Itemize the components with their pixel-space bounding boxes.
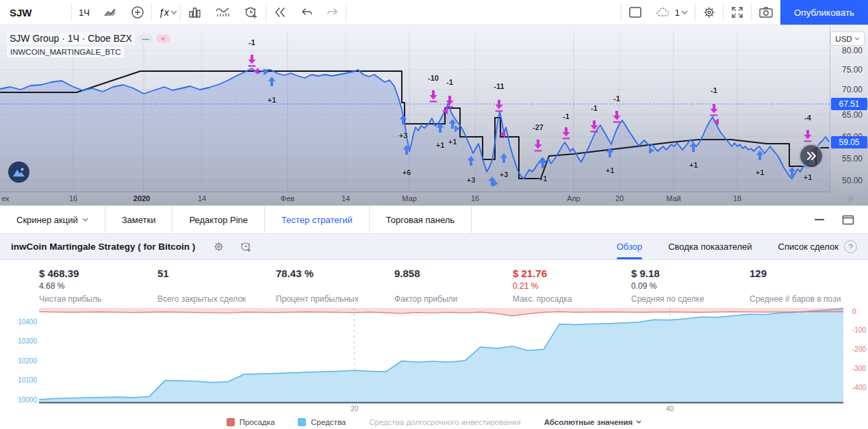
x-axis-label: 40 bbox=[666, 405, 674, 413]
drawdown-line bbox=[39, 312, 843, 316]
stat-column: 129Среднее # баров в пози bbox=[750, 260, 868, 307]
approx-indicator-icon[interactable]: ≈ bbox=[156, 34, 170, 43]
currency-selector[interactable]: USD bbox=[830, 31, 865, 46]
sell-marker-label: -1 bbox=[248, 38, 255, 47]
stat-value: $ 9.18 bbox=[631, 268, 750, 279]
stat-column: $ 21.760.21 %Макс. просадка bbox=[513, 260, 631, 307]
legend-item-disabled[interactable]: Средства долгосрочного инвестирования bbox=[369, 418, 520, 426]
strategy-tab-сводка-показателей[interactable]: Сводка показателей bbox=[668, 234, 752, 259]
scroll-to-recent-button[interactable] bbox=[799, 144, 824, 168]
buy-marker-label: +1 bbox=[804, 173, 813, 181]
time-axis[interactable]: ек16202014Фев14Мар16Апр20Май18 bbox=[0, 192, 830, 205]
publish-button[interactable]: Опубликовать bbox=[780, 0, 868, 25]
stat-column: 9.858Фактор прибыли bbox=[394, 260, 513, 307]
price-axis-label: 50.00 bbox=[842, 176, 863, 185]
chart-legend: SJW Group · 1Ч · Cboe BZX — ≈ INWCOIN_MA… bbox=[7, 32, 170, 57]
time-axis-label: Фев bbox=[281, 194, 294, 203]
values-mode-selector[interactable]: Абсолютные значения bbox=[544, 418, 642, 426]
stat-sub-value bbox=[157, 281, 276, 294]
stat-label: Макс. просадка bbox=[513, 294, 631, 304]
chevron-down-icon bbox=[82, 218, 88, 222]
time-axis-label: 14 bbox=[342, 194, 350, 203]
cloud-save-button[interactable]: 1 bbox=[649, 0, 695, 25]
stat-column: $ 468.394.68 %Чистая прибыль bbox=[39, 260, 157, 307]
stat-column: 51Всего закрытых сделок bbox=[157, 260, 276, 307]
alert-add-icon[interactable] bbox=[237, 0, 266, 25]
buy-arrow-icon bbox=[605, 148, 615, 158]
legend-item-просадка[interactable]: Просадка bbox=[227, 418, 275, 426]
strategy-tab-список-сделок[interactable]: Список сделок bbox=[778, 234, 839, 259]
layout-icon[interactable] bbox=[622, 0, 649, 25]
panel-minimize-button[interactable] bbox=[815, 219, 824, 220]
stat-value: $ 468.39 bbox=[39, 268, 157, 279]
stat-sub-value: 0.09 % bbox=[631, 281, 750, 294]
chart-style-icon[interactable] bbox=[97, 0, 124, 25]
y-axis-left-label: 10400 bbox=[18, 318, 37, 326]
axis-settings-gear-icon[interactable] bbox=[845, 194, 856, 204]
buy-arrow-icon bbox=[267, 77, 277, 87]
symbol-button[interactable]: SJW bbox=[0, 0, 71, 25]
buy-marker-label: +1 bbox=[448, 138, 457, 146]
forecast-icon[interactable] bbox=[208, 0, 237, 25]
stat-label: Процент прибыльных bbox=[276, 294, 394, 304]
chart-title[interactable]: SJW Group · 1Ч · Cboe BZX bbox=[7, 32, 135, 44]
sell-marker-label: -1 bbox=[711, 86, 717, 94]
buy-marker-label: +1 bbox=[268, 96, 277, 104]
equity-area bbox=[39, 309, 843, 403]
strategy-alert-add-icon[interactable] bbox=[240, 241, 253, 252]
performance-legend: ПросадкаСредстваСредства долгосрочного и… bbox=[0, 415, 868, 429]
settings-gear-icon[interactable] bbox=[695, 0, 723, 25]
sell-marker-label: -11 bbox=[494, 82, 504, 90]
buy-marker-label: +3 bbox=[467, 176, 476, 184]
replay-icon[interactable] bbox=[266, 0, 294, 25]
broker-logo-icon[interactable] bbox=[8, 161, 29, 183]
stat-column: 78.43 %Процент прибыльных bbox=[276, 260, 394, 307]
sell-marker-label: -27 bbox=[533, 123, 544, 131]
buy-arrow-icon bbox=[487, 177, 497, 187]
redo-icon[interactable] bbox=[320, 0, 346, 25]
buy-marker-label: +1 bbox=[606, 166, 615, 174]
price-axis-label: 55.00 bbox=[842, 154, 863, 164]
stat-value: 78.43 % bbox=[276, 268, 394, 279]
help-icon[interactable]: ? bbox=[844, 240, 857, 253]
top-toolbar: SJW 1Ч ƒx bbox=[0, 0, 868, 25]
price-badge: 67.51 bbox=[831, 98, 867, 110]
stat-sub-value bbox=[394, 281, 513, 294]
buy-marker-label: +6 bbox=[403, 168, 411, 177]
caret-down-icon bbox=[636, 420, 641, 424]
interval-button[interactable]: 1Ч bbox=[72, 0, 97, 25]
time-axis-label: 18 bbox=[733, 194, 741, 203]
strategy-tab-обзор[interactable]: Обзор bbox=[617, 234, 643, 259]
sell-arrow-icon bbox=[533, 140, 543, 153]
hide-indicator-icon[interactable]: — bbox=[138, 34, 153, 43]
indicator-name[interactable]: INWCOIN_MARTINGALE_BTC bbox=[7, 47, 124, 57]
price-scale[interactable]: USD 80.0075.0070.0065.0060.0055.0050.00 … bbox=[830, 25, 868, 192]
panel-maximize-button[interactable] bbox=[842, 215, 854, 225]
compare-add-icon[interactable] bbox=[124, 0, 151, 25]
y-axis-right-label: 0 bbox=[852, 308, 856, 315]
indicators-button[interactable]: ƒx bbox=[152, 0, 170, 25]
legend-swatch bbox=[227, 418, 235, 426]
screenshot-camera-icon[interactable] bbox=[752, 0, 780, 25]
indicators-chevron-icon[interactable] bbox=[170, 0, 180, 25]
tab-заметки[interactable]: Заметки bbox=[105, 206, 173, 233]
tab-скринер-акций[interactable]: Скринер акций bbox=[0, 206, 105, 233]
strategy-title: inwCoin Martingale Strategy ( for Bitcoi… bbox=[11, 242, 195, 252]
stat-column: $ 9.180.09 %Средняя по сделке bbox=[631, 260, 750, 307]
strategy-settings-gear-icon[interactable] bbox=[213, 241, 225, 252]
time-axis-label: 16 bbox=[69, 194, 77, 203]
tab-торговая-панель[interactable]: Торговая панель bbox=[370, 206, 472, 233]
performance-chart: 10400103001020010100100000-100-200-300-4… bbox=[0, 307, 868, 415]
stat-label: Среднее # баров в пози bbox=[750, 294, 868, 304]
main-chart[interactable]: -1-10-1-11-27-1-1-1-1-4+1+3+6+1+1+3+3+1+… bbox=[0, 25, 868, 205]
legend-item-средства[interactable]: Средства bbox=[298, 418, 346, 426]
tab-редактор-pine[interactable]: Редактор Pine bbox=[173, 206, 265, 233]
templates-icon[interactable] bbox=[181, 0, 208, 25]
buy-arrow-icon bbox=[402, 145, 411, 155]
tradingview-app: SJW 1Ч ƒx bbox=[0, 0, 868, 429]
undo-icon[interactable] bbox=[294, 0, 320, 25]
sell-marker-label: -1 bbox=[446, 78, 453, 86]
tab-тестер-стратегий[interactable]: Тестер стратегий bbox=[265, 206, 370, 233]
fullscreen-icon[interactable] bbox=[724, 0, 751, 25]
sell-arrow-icon bbox=[612, 111, 622, 124]
